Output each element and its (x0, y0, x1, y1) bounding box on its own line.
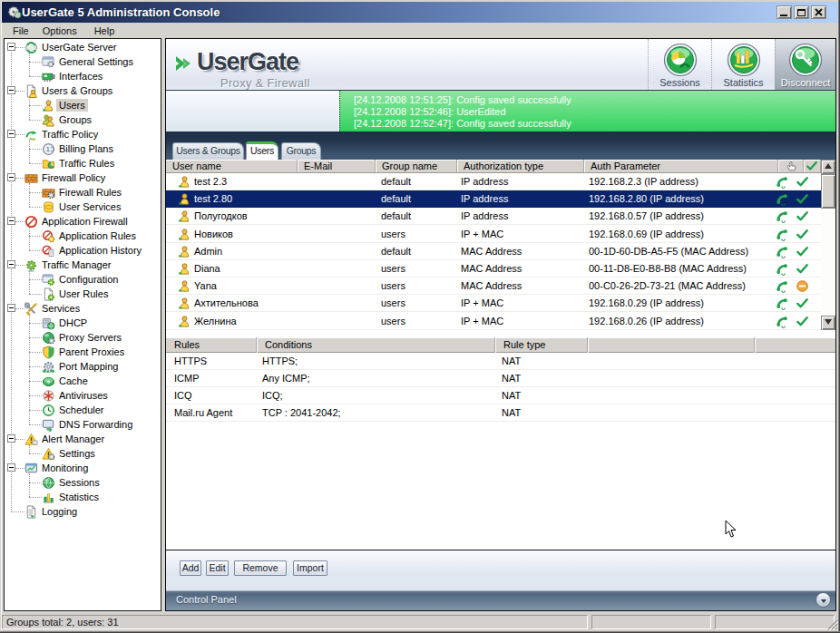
tree-expand-box[interactable] (7, 86, 15, 94)
tree-item-dns-forwarding[interactable]: DNS Forwarding (5, 417, 161, 432)
rule-type: NAT (502, 390, 521, 401)
rule-row[interactable]: Mail.ru AgentTCP : 2041-2042;NAT (166, 404, 835, 422)
tree-expand-box[interactable] (7, 130, 15, 138)
menu-help[interactable]: Help (90, 24, 120, 37)
menu-file[interactable]: File (8, 24, 34, 37)
tree-item-parent-proxies[interactable]: Parent Proxies (5, 345, 161, 359)
users-col-auth-parameter[interactable]: Auth Parameter (584, 160, 778, 172)
maximize-button[interactable] (794, 5, 809, 19)
tree-item-traffic-policy[interactable]: Traffic Policy (5, 127, 161, 141)
minimize-button[interactable] (777, 5, 792, 19)
tree-item-interfaces[interactable]: Interfaces (5, 69, 161, 83)
resize-grip[interactable] (826, 618, 838, 630)
tree-item-dhcp[interactable]: DHCP (5, 316, 161, 330)
rule-type: NAT (502, 407, 521, 418)
tree-expand-box[interactable] (7, 434, 15, 443)
users-col-group-name[interactable]: Group name (376, 160, 457, 172)
edit-button[interactable]: Edit (206, 560, 229, 576)
tree-item-users-groups[interactable]: Users & Groups (5, 83, 161, 98)
tree-item-alert-manager[interactable]: Alert Manager (5, 432, 161, 446)
parent-proxies-icon (42, 346, 55, 359)
add-button[interactable]: Add (180, 560, 201, 576)
rules-col-conditions[interactable]: Conditions (257, 337, 495, 353)
rule-row[interactable]: HTTPSHTTPS;NAT (166, 353, 835, 370)
tab-band: Users & GroupsUsersGroups (166, 131, 835, 160)
tree-item-cache[interactable]: Cache (5, 374, 161, 388)
tree-item-logging[interactable]: Logging (5, 504, 161, 519)
tree-item-general-settings[interactable]: General Settings (5, 54, 161, 69)
user-icon (178, 279, 191, 293)
log-messages: [24.12.2008 12:51:25]: Config saved succ… (339, 91, 835, 131)
remove-button[interactable]: Remove (234, 560, 287, 576)
tree-item-usergate-server[interactable]: UserGate Server (5, 40, 161, 54)
rules-col-rule-type[interactable]: Rule type (495, 337, 588, 353)
close-button[interactable] (811, 5, 826, 19)
user-row[interactable]: ЖелнинаusersIP + MAC192.168.0.26 (IP add… (166, 313, 821, 330)
tree-item-application-firewall[interactable]: Application Firewall (5, 214, 161, 229)
tab-users-groups[interactable]: Users & Groups (172, 142, 244, 160)
users-col-authorization-type[interactable]: Authorization type (457, 160, 584, 172)
tree-item-scheduler[interactable]: Scheduler (5, 403, 161, 417)
scroll-thumb[interactable] (821, 174, 835, 209)
user-row[interactable]: ПолугодковdefaultIP address192.168.0.57 … (166, 208, 821, 225)
tree-item-settings[interactable]: Settings (5, 446, 161, 461)
rules-col-rules[interactable]: Rules (166, 337, 257, 353)
users-col-status[interactable] (804, 160, 821, 172)
scroll-down-button[interactable] (821, 316, 835, 330)
user-row[interactable]: YanausersMAC Address00-C0-26-2D-73-21 (M… (166, 278, 821, 295)
user-icon (178, 175, 191, 189)
users-scrollbar[interactable] (821, 160, 835, 330)
import-button[interactable]: Import (293, 560, 327, 576)
user-row[interactable]: test 2.3defaultIP address192.168.2.3 (IP… (166, 173, 821, 190)
tree-item-groups[interactable]: Groups (5, 112, 161, 127)
tree-expand-box[interactable] (7, 463, 15, 472)
tree-item-firewall-rules[interactable]: Firewall Rules (5, 185, 161, 200)
tree-expand-box[interactable] (7, 260, 15, 268)
user-row[interactable]: АхтительноваusersIP + MAC192.168.0.29 (I… (166, 295, 821, 312)
control-panel-bar[interactable]: Control Panel (166, 590, 835, 610)
tree-item-traffic-manager[interactable]: Traffic Manager (5, 258, 161, 272)
tree-item-traffic-rules[interactable]: Traffic Rules (5, 156, 161, 170)
tree-item-user-services[interactable]: User Services (5, 200, 161, 214)
tree-item-billing-plans[interactable]: 1Billing Plans (5, 141, 161, 156)
user-row[interactable]: DianausersMAC Address00-11-D8-E0-B8-B8 (… (166, 260, 821, 278)
user-row[interactable]: НовиковusersIP + MAC192.168.0.69 (IP add… (166, 226, 821, 243)
tree-item-sessions[interactable]: Sessions (5, 475, 161, 490)
tree-expand-box[interactable] (7, 173, 15, 181)
monitoring-icon (24, 462, 38, 475)
tree-item-monitoring[interactable]: Monitoring (5, 461, 161, 475)
users-col-e-mail[interactable]: E-Mail (298, 160, 376, 172)
tree-item-port-mapping[interactable]: Port Mapping (5, 359, 161, 374)
tree-item-proxy-servers[interactable]: Proxy Servers (5, 330, 161, 345)
title-bar[interactable]: UserGate 5 Administration Console (2, 2, 838, 23)
rule-row[interactable]: ICQICQ;NAT (166, 387, 835, 404)
menu-options[interactable]: Options (38, 24, 82, 37)
tree-expand-box[interactable] (7, 217, 15, 225)
tree-item-statistics[interactable]: Statistics (5, 490, 161, 504)
control-panel-collapse-button[interactable] (816, 592, 831, 608)
rule-row[interactable]: ICMPAny ICMP;NAT (166, 370, 835, 387)
tree-item-firewall-policy[interactable]: Firewall Policy (5, 170, 161, 185)
user-row[interactable]: test 2.80defaultIP address192.168.2.80 (… (166, 190, 821, 208)
scroll-up-button[interactable] (821, 160, 835, 174)
tree-item-users[interactable]: Users (5, 98, 161, 112)
tree-item-antiviruses[interactable]: Antiviruses (5, 388, 161, 403)
toolbar-button-disconnect[interactable]: Disconnect (775, 39, 835, 90)
tree-item-user-rules[interactable]: User Rules (5, 287, 161, 301)
tree-item-label: Monitoring (39, 462, 91, 474)
toolbar-button-statistics[interactable]: Statistics (711, 39, 775, 90)
tree-item-configuration[interactable]: Configuration (5, 272, 161, 287)
tab-groups[interactable]: Groups (281, 142, 321, 160)
users-col-connection[interactable] (778, 160, 804, 172)
toolbar-button-sessions[interactable]: Sessions (648, 39, 711, 90)
users-col-user-name[interactable]: User name (166, 160, 298, 172)
user-row[interactable]: AdmindefaultMAC Address00-1D-60-DB-A5-F5… (166, 243, 821, 260)
tree-expand-box[interactable] (7, 43, 15, 51)
tree-item-services[interactable]: Services (5, 301, 161, 316)
tree-item-application-history[interactable]: Application History (5, 243, 161, 258)
rules-col-empty[interactable] (588, 337, 755, 353)
message-band: [24.12.2008 12:51:25]: Config saved succ… (166, 91, 835, 131)
tree-expand-box[interactable] (7, 304, 15, 312)
tab-users[interactable]: Users (246, 141, 278, 160)
tree-item-application-rules[interactable]: Application Rules (5, 229, 161, 243)
